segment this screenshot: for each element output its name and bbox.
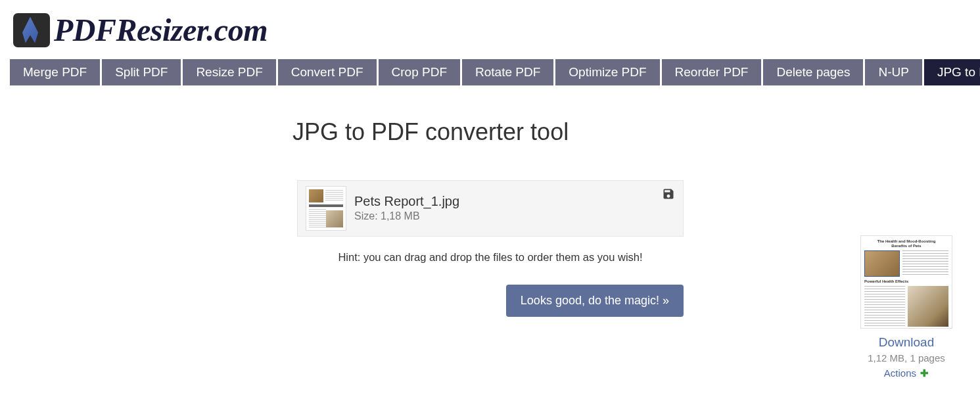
- result-sidebar: The Health and Mood-Boosting Benefits of…: [854, 235, 959, 379]
- nav-item-n-up[interactable]: N-UP: [865, 59, 922, 85]
- header: PDFResizer.com: [0, 0, 980, 59]
- nav-item-resize-pdf[interactable]: Resize PDF: [183, 59, 275, 85]
- nav-item-reorder-pdf[interactable]: Reorder PDF: [662, 59, 762, 85]
- actions-link[interactable]: Actions ✚: [854, 367, 959, 379]
- preview-text-2: [864, 286, 905, 327]
- file-thumbnail: [306, 186, 346, 231]
- nav-item-rotate-pdf[interactable]: Rotate PDF: [462, 59, 553, 85]
- main-content: JPG to PDF converter tool Pets Report_1.…: [0, 85, 980, 317]
- preview-text-1: [902, 250, 948, 277]
- save-icon[interactable]: [662, 187, 675, 200]
- result-preview[interactable]: The Health and Mood-Boosting Benefits of…: [860, 235, 952, 329]
- logo-text: PDFResizer.com: [54, 12, 268, 48]
- file-info: Pets Report_1.jpg Size: 1,18 MB: [354, 194, 654, 222]
- file-size: Size: 1,18 MB: [354, 210, 654, 222]
- nav-item-delete-pages[interactable]: Delete pages: [763, 59, 863, 85]
- download-link[interactable]: Download: [854, 335, 959, 350]
- preview-image-2: [908, 286, 948, 327]
- preview-image-1: [864, 250, 900, 277]
- download-meta: 1,12 MB, 1 pages: [854, 352, 959, 364]
- nav-item-crop-pdf[interactable]: Crop PDF: [379, 59, 460, 85]
- preview-title: The Health and Mood-Boosting Benefits of…: [864, 239, 948, 248]
- nav-item-split-pdf[interactable]: Split PDF: [102, 59, 181, 85]
- nav-item-convert-pdf[interactable]: Convert PDF: [278, 59, 377, 85]
- uploaded-file-row[interactable]: Pets Report_1.jpg Size: 1,18 MB: [297, 180, 684, 237]
- plus-icon: ✚: [918, 367, 929, 379]
- main-nav: Merge PDFSplit PDFResize PDFConvert PDFC…: [0, 59, 980, 85]
- nav-item-merge-pdf[interactable]: Merge PDF: [10, 59, 100, 85]
- hint-text: Hint: you can drag and drop the files to…: [297, 251, 684, 264]
- action-row: Looks good, do the magic! »: [297, 285, 684, 317]
- nav-item-optimize-pdf[interactable]: Optimize PDF: [555, 59, 659, 85]
- convert-button[interactable]: Looks good, do the magic! »: [506, 285, 684, 317]
- logo-link[interactable]: PDFResizer.com: [13, 12, 268, 48]
- logo-icon: [13, 13, 50, 47]
- nav-item-jpg-to-pdf[interactable]: JPG to PDF: [924, 59, 980, 85]
- page-title: JPG to PDF converter tool: [292, 118, 980, 146]
- file-name: Pets Report_1.jpg: [354, 194, 654, 209]
- preview-heading: Powerful Health Effects: [864, 279, 948, 283]
